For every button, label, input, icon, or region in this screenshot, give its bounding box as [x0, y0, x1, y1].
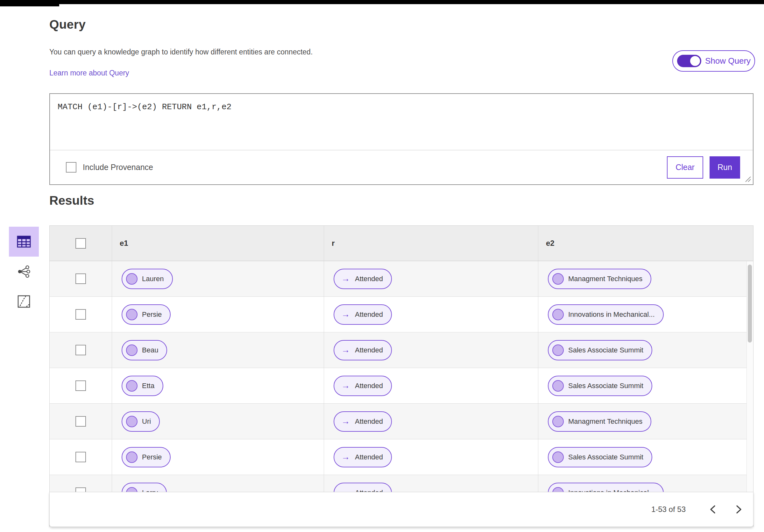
clear-button[interactable]: Clear: [667, 156, 703, 179]
entity-avatar-icon: [126, 273, 137, 284]
relation-arrow-icon: →: [341, 453, 350, 461]
relationship-chip[interactable]: → Attended: [334, 447, 392, 467]
query-input[interactable]: MATCH (e1)-[r]->(e2) RETURN e1,r,e2: [50, 94, 753, 150]
top-black-bar: [0, 0, 764, 4]
chevron-left-icon: [709, 505, 716, 514]
entity-avatar-icon: [126, 344, 137, 356]
table-row: Persie → Attended Sales Associate Summit: [50, 440, 753, 475]
rail-item-table-view[interactable]: [9, 227, 39, 257]
query-page: Query You can query a knowledge graph to…: [0, 0, 764, 532]
run-button[interactable]: Run: [709, 156, 740, 179]
results-table: e1 r e2 Lauren → Attended Managment Tech…: [49, 225, 753, 527]
cell-e2: Sales Associate Summit: [538, 440, 753, 475]
results-heading: Results: [49, 194, 94, 208]
cell-e1: Lauren: [112, 261, 324, 296]
table-scrollbar[interactable]: [746, 262, 753, 492]
relation-arrow-icon: →: [341, 274, 350, 283]
entity-chip[interactable]: Persie: [121, 304, 171, 325]
relationship-chip[interactable]: → Attended: [334, 411, 392, 432]
query-toolbar: Include Provenance Clear Run: [50, 150, 753, 184]
relation-arrow-icon: →: [341, 381, 350, 390]
include-provenance-checkbox[interactable]: [66, 162, 77, 173]
rail-item-map-view[interactable]: [9, 286, 39, 316]
relation-arrow-icon: →: [341, 346, 350, 354]
cell-e2: Sales Associate Summit: [538, 332, 753, 368]
row-checkbox[interactable]: [76, 381, 86, 391]
cell-e2: Sales Associate Summit: [538, 368, 753, 403]
cell-e1: Uri: [112, 404, 324, 439]
entity-chip[interactable]: Sales Associate Summit: [548, 376, 652, 396]
entity-chip[interactable]: Etta: [121, 376, 163, 396]
learn-more-link[interactable]: Learn more about Query: [49, 69, 129, 78]
table-row: Uri → Attended Managment Techniques: [50, 404, 753, 440]
cell-e1: Beau: [112, 332, 324, 368]
select-all-checkbox[interactable]: [76, 238, 86, 249]
relationship-chip[interactable]: → Attended: [334, 376, 392, 396]
table-row: Etta → Attended Sales Associate Summit: [50, 368, 753, 404]
row-select-cell: [50, 440, 112, 475]
entity-chip[interactable]: Sales Associate Summit: [548, 340, 652, 360]
entity-chip[interactable]: Uri: [121, 411, 160, 432]
table-row: Lauren → Attended Managment Techniques: [50, 261, 753, 297]
entity-avatar-icon: [126, 416, 137, 427]
rail-item-graph-view[interactable]: [9, 257, 39, 286]
relationship-chip[interactable]: → Attended: [334, 340, 392, 360]
cell-r: → Attended: [324, 261, 538, 296]
cell-r: → Attended: [324, 404, 538, 439]
cell-e2: Managment Techniques: [538, 404, 753, 439]
pagination-next-button[interactable]: [731, 502, 746, 517]
chevron-right-icon: [735, 505, 742, 514]
cell-e2: Innovations in Mechanical...: [538, 297, 753, 332]
entity-chip[interactable]: Innovations in Mechanical...: [548, 304, 664, 325]
header-cell-r: r: [324, 226, 538, 261]
row-checkbox[interactable]: [76, 345, 86, 355]
row-checkbox[interactable]: [76, 309, 86, 320]
page-title: Query: [49, 18, 86, 32]
pagination-range-label: 1-53 of 53: [651, 505, 686, 514]
entity-avatar-icon: [552, 416, 564, 427]
show-query-toggle[interactable]: Show Query: [672, 50, 755, 72]
relationship-chip[interactable]: → Attended: [334, 304, 392, 325]
cell-e1: Persie: [112, 297, 324, 332]
row-checkbox[interactable]: [76, 416, 86, 427]
row-checkbox[interactable]: [76, 273, 86, 284]
entity-chip[interactable]: Persie: [121, 447, 171, 467]
results-table-header: e1 r e2: [50, 226, 753, 261]
page-description: You can query a knowledge graph to ident…: [49, 48, 312, 56]
cell-e1: Persie: [112, 440, 324, 475]
include-provenance-label: Include Provenance: [83, 163, 153, 172]
entity-avatar-icon: [552, 380, 564, 392]
entity-avatar-icon: [552, 273, 564, 284]
entity-chip[interactable]: Managment Techniques: [548, 269, 651, 289]
relation-arrow-icon: →: [341, 417, 350, 426]
show-query-label: Show Query: [705, 56, 751, 66]
cell-r: → Attended: [324, 297, 538, 332]
table-row: Beau → Attended Sales Associate Summit: [50, 332, 753, 368]
row-select-cell: [50, 297, 112, 332]
entity-chip[interactable]: Managment Techniques: [548, 411, 651, 432]
entity-chip[interactable]: Beau: [121, 340, 167, 360]
results-table-body: Lauren → Attended Managment Techniques P…: [50, 261, 753, 511]
toggle-switch-icon: [677, 55, 701, 67]
entity-avatar-icon: [552, 451, 564, 463]
pagination-prev-button[interactable]: [705, 502, 720, 517]
entity-chip[interactable]: Sales Associate Summit: [548, 447, 652, 467]
top-black-corner: [0, 0, 59, 6]
header-cell-e1: e1: [112, 226, 324, 261]
query-panel: MATCH (e1)-[r]->(e2) RETURN e1,r,e2 Incl…: [49, 93, 753, 185]
relationship-chip[interactable]: → Attended: [334, 269, 392, 289]
resize-handle-icon[interactable]: [744, 175, 751, 182]
relation-arrow-icon: →: [341, 310, 350, 319]
query-action-buttons: Clear Run: [667, 156, 753, 179]
header-cell-select: [50, 226, 112, 261]
entity-avatar-icon: [552, 344, 564, 356]
cell-r: → Attended: [324, 440, 538, 475]
cell-e2: Managment Techniques: [538, 261, 753, 296]
view-rail: [9, 227, 39, 316]
table-grid-icon: [17, 236, 31, 248]
row-select-cell: [50, 332, 112, 368]
entity-chip[interactable]: Lauren: [121, 269, 173, 289]
scrollbar-thumb[interactable]: [748, 265, 752, 343]
cell-e1: Etta: [112, 368, 324, 403]
row-checkbox[interactable]: [76, 452, 86, 462]
